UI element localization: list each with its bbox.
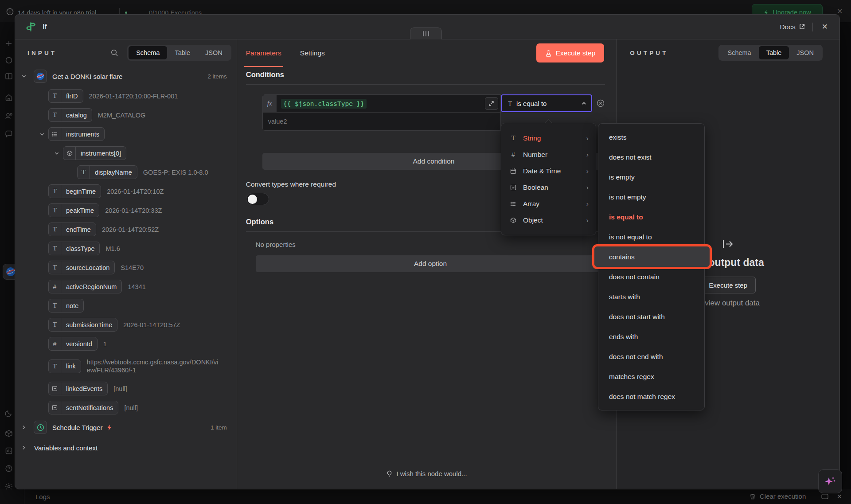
array-type-icon [49,128,61,141]
operator-does-not-contain[interactable]: does not contain [598,267,704,287]
modal-close-icon[interactable]: ✕ [820,21,830,32]
type-menu-item-boolean[interactable]: Boolean › [501,179,596,195]
node-feedback-link[interactable]: I wish this node would... [237,470,617,477]
chevron-right-icon[interactable] [21,425,27,430]
output-tab-json[interactable]: JSON [789,46,821,59]
operator-is-not-equal-to[interactable]: is not equal to [598,227,704,247]
tree-row-link[interactable]: Tlink https://webtools.ccmc.gsfc.nasa.go… [15,353,231,379]
search-icon[interactable] [110,49,118,57]
operator-does-not-match-regex[interactable]: does not match regex [598,387,704,406]
expand-expression-icon[interactable] [485,97,498,110]
moon-icon[interactable] [4,409,13,418]
package-icon[interactable] [4,429,13,438]
panel-drag-handle[interactable] [410,27,442,39]
tree-row-versionId[interactable]: #versionId 1 [15,334,231,353]
bottombar-divider [24,489,24,504]
tree-row-flrID[interactable]: TflrID 2026-01-14T20:10:00-FLR-001 [15,86,231,105]
number-type-icon: # [49,337,61,350]
number-type-icon: # [49,280,61,293]
circle-icon[interactable] [4,56,13,65]
string-type-icon: T [78,166,90,179]
tree-row-instruments[interactable]: instruments [15,125,231,144]
users-icon[interactable] [4,112,13,121]
chat-icon[interactable] [4,129,13,138]
type-menu-item-datetime[interactable]: Date & Time › [501,163,596,179]
operator-ends-with[interactable]: ends with [598,327,704,347]
operator-does-not-end-with[interactable]: does not end with [598,347,704,367]
tree-row-peakTime[interactable]: TpeakTime 2026-01-14T20:33Z [15,201,231,220]
input-tab-json[interactable]: JSON [198,46,230,59]
tree-row-endTime[interactable]: TendTime 2026-01-14T20:52Z [15,220,231,239]
operator-contains[interactable]: contains [598,247,704,267]
execute-step-button[interactable]: Execute step [536,43,605,63]
tree-row-catalog[interactable]: Tcatalog M2M_CATALOG [15,105,231,125]
insights-chart-icon[interactable] [4,446,13,455]
keyboard-icon[interactable] [821,492,829,500]
chevron-right-icon[interactable] [21,445,27,450]
convert-types-toggle[interactable] [246,193,269,205]
toggle-knob [248,195,257,204]
header-divider [812,23,813,31]
output-execute-step-button[interactable]: Execute step [700,277,756,293]
string-type-icon: T [49,299,61,312]
null-type-icon [49,401,61,414]
docs-link[interactable]: Docs [780,23,805,31]
tree-row-displayName[interactable]: TdisplayName GOES-P: EXIS 1.0-8.0 [15,163,231,182]
logs-label[interactable]: Logs [35,493,50,500]
output-empty-caption: to view output data [696,299,760,308]
tree-row-linkedEvents[interactable]: linkedEvents [null] [15,379,231,398]
string-type-icon: T [49,318,61,331]
operator-select[interactable]: T is equal to [501,94,592,112]
type-menu-item-number[interactable]: # Number › [501,146,596,163]
tree-node-schedule-trigger[interactable]: Schedule Trigger 1 item [15,417,231,438]
tree-row-sourceLocation[interactable]: TsourceLocation S14E70 [15,258,231,277]
operator-exists[interactable]: exists [598,127,704,147]
tree-node-donki[interactable]: Get a DONKI solar flare 2 items [15,66,231,86]
chevron-down-icon[interactable] [21,74,27,79]
tab-parameters[interactable]: Parameters [246,39,281,67]
expression-value[interactable]: {{ $json.classType }} [281,99,367,109]
type-menu-item-array[interactable]: Array › [501,195,596,212]
logs-close-icon[interactable]: ✕ [837,493,842,500]
params-tabs: Parameters Settings Execute step [237,39,617,67]
value2-input[interactable] [263,118,500,125]
tab-settings[interactable]: Settings [300,39,325,67]
chevron-down-icon[interactable] [39,132,45,137]
clear-execution-button[interactable]: Clear execution [749,492,806,500]
tree-row-classType[interactable]: TclassType M1.6 [15,239,231,258]
operator-matches-regex[interactable]: matches regex [598,367,704,387]
chevron-down-icon[interactable] [54,151,59,156]
tree-row-sentNotifications[interactable]: sentNotifications [null] [15,398,231,417]
home-icon[interactable] [4,93,13,102]
tree-row-note[interactable]: Tnote [15,296,231,315]
ai-assistant-button[interactable] [818,469,842,493]
type-menu-item-string[interactable]: T String › [501,130,596,146]
tree-node-variables-context[interactable]: Variables and context [15,438,231,458]
condition-left-value[interactable]: fx {{ $json.classType }} [263,95,500,113]
type-menu-item-object[interactable]: Object › [501,212,596,228]
tree-row-submissionTime[interactable]: TsubmissionTime 2026-01-14T20:57Z [15,315,231,334]
output-tab-table[interactable]: Table [759,46,789,59]
help-icon[interactable] [4,464,13,473]
tree-row-beginTime[interactable]: TbeginTime 2026-01-14T20:10Z [15,182,231,201]
info-icon [6,8,14,16]
operator-is-not-empty[interactable]: is not empty [598,187,704,207]
operator-does-not-exist[interactable]: does not exist [598,147,704,167]
operator-starts-with[interactable]: starts with [598,287,704,307]
add-option-button[interactable]: Add option [256,255,605,272]
input-tab-schema[interactable]: Schema [129,46,167,59]
input-tab-table[interactable]: Table [167,46,198,59]
condition-right-value[interactable] [263,113,500,130]
add-icon[interactable] [4,39,13,48]
array-type-icon [509,201,517,207]
remove-condition-icon[interactable] [596,99,605,108]
operator-is-empty[interactable]: is empty [598,167,704,187]
operator-does-not-start-with[interactable]: does not start with [598,307,704,327]
panel-layout-icon[interactable] [4,72,13,81]
node-title: If [43,23,47,31]
tree-row-activeRegionNum[interactable]: #activeRegionNum 14341 [15,277,231,296]
output-tab-schema[interactable]: Schema [720,46,758,59]
tree-row-instruments-0[interactable]: instruments[0] [15,144,231,163]
submenu-chevron-icon: › [586,151,589,159]
operator-is-equal-to[interactable]: is equal to [598,207,704,227]
